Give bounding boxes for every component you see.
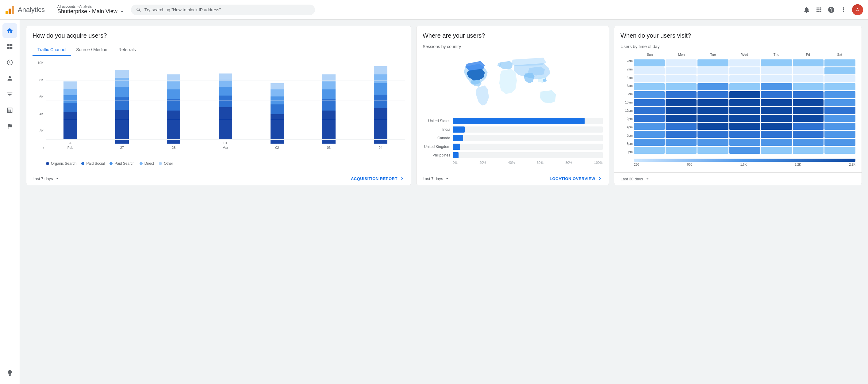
pct-labels: 0% 20% 40% 60% 80% 100% xyxy=(453,161,603,165)
clock-icon xyxy=(6,59,13,66)
heatmap-cell xyxy=(793,83,824,90)
heatmap-cell xyxy=(825,115,856,122)
funnel-icon xyxy=(6,91,13,98)
sidebar-item-settings[interactable] xyxy=(2,365,17,380)
y-label-6k: 6K xyxy=(39,95,43,99)
time-of-day-date-range[interactable]: Last 30 days xyxy=(620,176,650,181)
heatmap-cell xyxy=(730,60,761,66)
help-icon[interactable] xyxy=(828,6,835,13)
heatmap-legend: 250 900 1.6K 2.2K 2.9K xyxy=(634,159,856,166)
location-date-label: Last 7 days xyxy=(423,176,443,181)
sidebar-item-home[interactable] xyxy=(2,23,17,38)
heatmap-cell xyxy=(825,107,856,114)
heatmap-cell xyxy=(761,139,792,146)
lightbulb-icon xyxy=(6,370,13,376)
heatmap-cell xyxy=(634,60,665,66)
heatmap-cell xyxy=(825,139,856,146)
more-options-icon[interactable] xyxy=(840,6,847,13)
time-2am: 2am xyxy=(620,68,634,71)
time-8pm: 8pm xyxy=(620,142,634,145)
legend-direct: Direct xyxy=(140,162,154,166)
heatmap-cell xyxy=(761,147,792,154)
chevron-down-icon xyxy=(119,9,125,14)
heatmap-cell xyxy=(634,107,665,114)
heatmap-cell xyxy=(698,115,728,122)
time-8am: 8am xyxy=(620,93,634,96)
main-content: How do you acquire users? Traffic Channe… xyxy=(20,20,868,384)
heatmap-cell xyxy=(634,91,665,98)
avatar[interactable]: A xyxy=(852,4,863,15)
heatmap-cell xyxy=(761,99,792,106)
heatmap-legend-labels: 250 900 1.6K 2.2K 2.9K xyxy=(634,163,856,166)
pct-100: 100% xyxy=(594,161,603,165)
bar-label-26feb: 26Feb xyxy=(67,141,73,150)
country-name-ph: Philippines xyxy=(423,153,450,158)
legend-label-organic: Organic Search xyxy=(51,162,76,166)
legend-organic: Organic Search xyxy=(46,162,76,166)
country-name-uk: United Kingdom xyxy=(423,144,450,149)
location-date-range[interactable]: Last 7 days xyxy=(423,176,450,181)
country-name-india: India xyxy=(423,128,450,132)
dashboard-icon xyxy=(6,43,13,50)
tab-source-medium[interactable]: Source / Medium xyxy=(71,44,114,56)
legend-label-other: Other xyxy=(164,162,173,166)
heatmap-cell xyxy=(825,147,856,154)
grid-line-1 xyxy=(46,80,405,81)
acquisition-report-link[interactable]: ACQUISITION REPORT xyxy=(351,176,405,181)
heatmap-cell xyxy=(665,139,696,146)
heatmap-cell xyxy=(634,115,665,122)
bar-03: 03 xyxy=(305,61,353,150)
heatmap-cell xyxy=(665,131,696,138)
tab-referrals[interactable]: Referrals xyxy=(114,44,141,56)
heatmap-cell xyxy=(825,67,856,74)
day-thu: Thu xyxy=(761,53,792,56)
time-4pm: 4pm xyxy=(620,126,634,129)
notifications-icon[interactable] xyxy=(803,6,810,13)
heatmap-cell xyxy=(730,147,761,154)
grid-line-4 xyxy=(46,139,405,140)
location-overview-link[interactable]: LOCATION OVERVIEW xyxy=(550,176,603,181)
y-label-10k: 10K xyxy=(37,61,43,65)
heatmap-cell xyxy=(825,123,856,130)
heatmap-cell xyxy=(698,91,728,98)
app-layout: How do you acquire users? Traffic Channe… xyxy=(0,20,868,384)
heatmap-cell xyxy=(665,115,696,122)
acquisition-date-range[interactable]: Last 7 days xyxy=(32,176,60,181)
acquisition-report-label: ACQUISITION REPORT xyxy=(351,176,398,181)
legend-label-paid-search: Paid Search xyxy=(115,162,134,166)
sidebar-item-content[interactable] xyxy=(2,103,17,117)
heatmap-cell xyxy=(634,147,665,154)
sidebar-item-goals[interactable] xyxy=(2,119,17,134)
legend-dot-paid-social xyxy=(81,162,84,165)
legend-paid-search: Paid Search xyxy=(110,162,134,166)
legend-250: 250 xyxy=(634,163,639,166)
pct-40: 40% xyxy=(508,161,515,165)
heatmap-cell xyxy=(665,83,696,90)
account-selector[interactable]: Shutterprise - Main View xyxy=(57,8,125,15)
heatmap-cell xyxy=(761,131,792,138)
sidebar-item-reports[interactable] xyxy=(2,55,17,70)
heatmap-cell xyxy=(825,60,856,66)
bar-label-01mar: 01Mar xyxy=(222,141,228,150)
time-12pm: 12pm xyxy=(620,109,634,112)
country-row-ph: Philippines xyxy=(423,152,603,158)
apps-grid-icon[interactable] xyxy=(815,6,823,13)
sidebar-item-audience[interactable] xyxy=(2,71,17,86)
world-map-container xyxy=(423,53,603,115)
legend-label-paid-social: Paid Social xyxy=(86,162,104,166)
heatmap-cell xyxy=(698,147,728,154)
pct-0: 0% xyxy=(453,161,458,165)
heatmap-cell xyxy=(698,60,728,66)
search-bar[interactable]: Try searching "How to block IP address" xyxy=(131,5,315,15)
heatmap-cell xyxy=(698,75,728,82)
time-4am: 4am xyxy=(620,76,634,79)
sidebar-item-conversion[interactable] xyxy=(2,87,17,102)
grid-line-0 xyxy=(46,61,405,61)
country-bar-wrap-canada xyxy=(453,135,603,141)
sidebar-item-dashboard[interactable] xyxy=(2,39,17,54)
time-of-day-card: When do your users visit? Users by time … xyxy=(614,26,862,185)
heatmap-cell xyxy=(825,131,856,138)
country-bar-wrap-us xyxy=(453,118,603,124)
heatmap-wrapper: Sun Mon Tue Wed Thu Fri Sat 12 xyxy=(620,53,856,166)
tab-traffic-channel[interactable]: Traffic Channel xyxy=(32,44,71,56)
